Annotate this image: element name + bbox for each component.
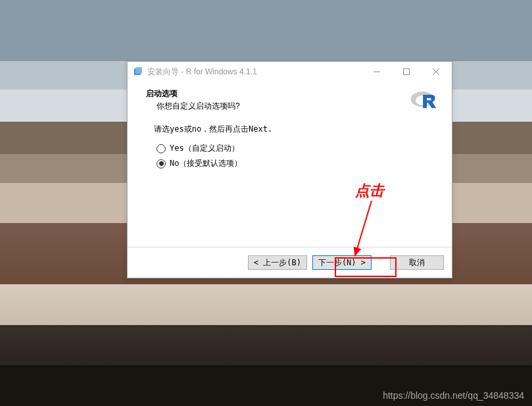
- radio-icon-checked: [157, 159, 166, 168]
- page-title: 启动选项: [146, 88, 410, 99]
- close-button[interactable]: [421, 63, 450, 81]
- dialog-content: 启动选项 你想自定义启动选项吗? 请选yes或no，然后再点击Next. Yes…: [128, 82, 452, 247]
- radio-option-no[interactable]: No（接受默认选项）: [157, 158, 439, 169]
- minimize-button[interactable]: [362, 63, 391, 81]
- button-bar: < 上一步(B) 下一步(N) > 取消: [128, 247, 452, 278]
- svg-rect-3: [403, 69, 409, 75]
- maximize-button[interactable]: [391, 63, 421, 81]
- back-button[interactable]: < 上一步(B): [248, 255, 307, 270]
- titlebar: 安装向导 - R for Windows 4.1.1: [128, 62, 452, 82]
- instruction-text: 请选yes或no，然后再点击Next.: [154, 124, 439, 135]
- radio-label: No（接受默认选项）: [170, 158, 242, 169]
- radio-group: Yes（自定义启动） No（接受默认选项）: [157, 143, 439, 169]
- radio-option-yes[interactable]: Yes（自定义启动）: [157, 143, 439, 154]
- watermark-text: https://blog.csdn.net/qq_34848334: [383, 390, 524, 401]
- r-logo-icon: [410, 88, 437, 109]
- window-controls: [362, 63, 450, 81]
- svg-rect-1: [135, 67, 142, 74]
- radio-icon: [157, 144, 166, 153]
- next-button[interactable]: 下一步(N) >: [312, 255, 372, 270]
- radio-label: Yes（自定义启动）: [170, 143, 239, 154]
- cancel-button[interactable]: 取消: [390, 255, 444, 270]
- separator-line: [128, 247, 452, 247]
- installer-icon: [133, 66, 143, 77]
- installer-dialog: 安装向导 - R for Windows 4.1.1 启动选项 你想自定义启动选…: [127, 61, 452, 278]
- titlebar-text: 安装向导 - R for Windows 4.1.1: [147, 66, 362, 78]
- page-subtitle: 你想自定义启动选项吗?: [157, 101, 410, 112]
- annotation-label: 点击: [355, 181, 384, 201]
